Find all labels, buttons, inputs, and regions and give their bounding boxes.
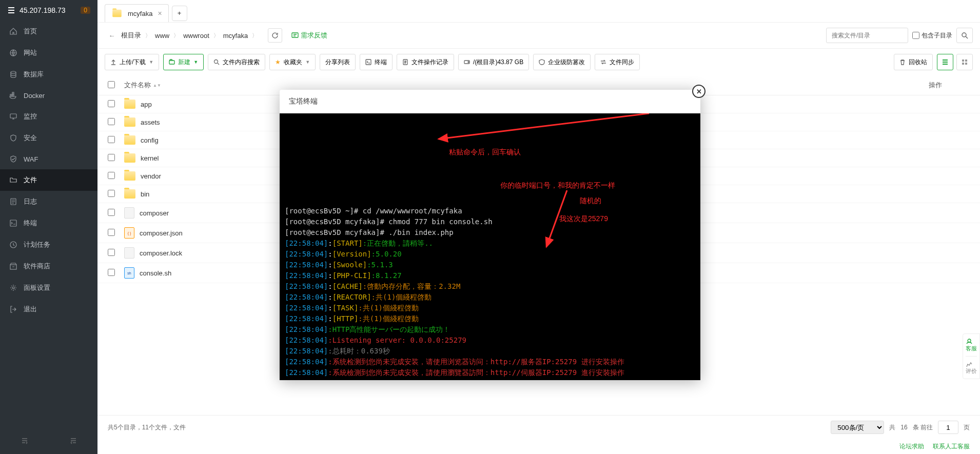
view-list-button[interactable] (937, 54, 953, 70)
terminal-output[interactable]: 粘贴命令后，回车确认 你的临时端口号，和我的肯定不一样 随机的 我这次是2527… (280, 113, 700, 380)
docker-icon (9, 91, 17, 100)
view-grid-button[interactable] (956, 54, 973, 70)
sidebar-item-label: 日志 (24, 197, 37, 206)
sidebar-item-docker[interactable]: Docker (0, 85, 97, 106)
new-button[interactable]: 新建▼ (163, 54, 204, 70)
file-name: composer.lock (140, 249, 182, 257)
support-link[interactable]: 联系人工客服 (933, 443, 970, 450)
folder-icon (124, 189, 135, 199)
breadcrumb: 根目录〉www〉wwwroot〉mcyfaka〉 (121, 31, 259, 40)
folder-icon (124, 135, 135, 145)
row-checkbox[interactable] (108, 100, 115, 107)
sidebar-item-home[interactable]: 首页 (0, 21, 97, 42)
annotation-text: 粘贴命令后，回车确认 (449, 147, 521, 157)
page-number-input[interactable] (938, 421, 958, 434)
breadcrumb-segment[interactable]: 根目录 (121, 31, 141, 40)
recycle-bin-button[interactable]: 回收站 (894, 54, 933, 70)
settings-icon (9, 284, 17, 292)
forum-link[interactable]: 论坛求助 (899, 443, 924, 450)
svg-rect-2 (10, 94, 12, 96)
sidebar-item-label: 文件 (24, 175, 37, 185)
sidebar-item-database[interactable]: 数据库 (0, 64, 97, 85)
kefu-button[interactable]: 客服 (966, 334, 977, 356)
collapse-right-icon[interactable] (0, 432, 49, 449)
terminal-button[interactable]: 终端 (360, 54, 393, 70)
log-icon (9, 198, 17, 206)
sidebar-item-folder[interactable]: 文件 (0, 169, 97, 191)
folder-icon (112, 10, 122, 17)
terminal-icon (9, 219, 17, 227)
upload-button[interactable]: 上传/下载▼ (105, 54, 159, 70)
share-list-button[interactable]: 分享列表 (320, 54, 356, 70)
sidebar-item-cron[interactable]: 计划任务 (0, 234, 97, 255)
subdir-checkbox[interactable] (912, 32, 919, 39)
row-checkbox[interactable] (108, 136, 115, 143)
search-button[interactable] (956, 28, 973, 43)
favorites-button[interactable]: ★收藏夹▼ (269, 54, 316, 70)
pingjia-button[interactable]: 评价 (966, 356, 977, 379)
svg-rect-4 (12, 92, 14, 94)
sidebar-item-waf[interactable]: WAF (0, 149, 97, 169)
op-log-button[interactable]: 文件操作记录 (397, 54, 454, 70)
file-name: bin (141, 190, 149, 198)
disk-usage-button[interactable]: /(根目录)43.87 GB (458, 54, 529, 70)
sidebar-item-label: 数据库 (24, 70, 44, 79)
sidebar: 45.207.198.73 0 首页网站数据库Docker监控安全WAF文件日志… (0, 0, 97, 454)
breadcrumb-segment[interactable]: www (155, 32, 169, 40)
globe-icon (9, 49, 17, 57)
svg-rect-7 (10, 220, 16, 226)
sidebar-nav: 首页网站数据库Docker监控安全WAF文件日志终端计划任务软件商店面板设置退出 (0, 21, 97, 427)
svg-rect-25 (965, 63, 967, 65)
sidebar-item-settings[interactable]: 面板设置 (0, 277, 97, 299)
sidebar-item-store[interactable]: 软件商店 (0, 255, 97, 277)
folder-icon (124, 117, 135, 127)
row-checkbox[interactable] (108, 249, 115, 256)
sidebar-item-label: 终端 (24, 219, 37, 228)
svg-point-10 (12, 287, 14, 289)
feedback-link[interactable]: 需求反馈 (291, 31, 327, 40)
breadcrumb-segment[interactable]: wwwroot (183, 32, 209, 40)
search-input[interactable] (826, 28, 908, 43)
sidebar-item-shield[interactable]: 安全 (0, 127, 97, 149)
row-checkbox[interactable] (108, 209, 115, 216)
file-name: vendor (141, 172, 161, 180)
file-name: assets (141, 119, 160, 126)
file-icon (124, 207, 134, 219)
collapse-left-icon[interactable] (49, 432, 97, 449)
sidebar-item-log[interactable]: 日志 (0, 191, 97, 212)
nav-back-icon[interactable]: ← (105, 28, 119, 43)
sidebar-item-terminal[interactable]: 终端 (0, 212, 97, 234)
row-checkbox[interactable] (108, 154, 115, 161)
sidebar-item-exit[interactable]: 退出 (0, 299, 97, 320)
folder-icon (9, 176, 17, 184)
refresh-button[interactable] (268, 28, 282, 43)
sidebar-item-monitor[interactable]: 监控 (0, 106, 97, 127)
status-summary: 共5个目录，11个文件，文件 (108, 423, 186, 432)
row-checkbox[interactable] (108, 118, 115, 125)
row-checkbox[interactable] (108, 269, 115, 276)
page-size-select[interactable]: 500条/页 (831, 421, 884, 434)
row-checkbox[interactable] (108, 229, 115, 236)
tab-add-button[interactable]: + (172, 6, 187, 21)
tab-mcyfaka[interactable]: mcyfaka × (105, 4, 169, 22)
tamper-protect-button[interactable]: 企业级防篡改 (533, 54, 591, 70)
col-name-header[interactable]: 文件名称▲▼ (124, 81, 929, 90)
svg-rect-22 (962, 60, 964, 62)
sidebar-footer (0, 427, 97, 454)
select-all-checkbox[interactable] (108, 81, 115, 88)
waf-icon (9, 155, 17, 163)
home-icon (9, 27, 17, 35)
file-sync-button[interactable]: 文件同步 (595, 54, 640, 70)
row-checkbox[interactable] (108, 172, 115, 179)
file-icon (124, 247, 134, 259)
alerts-badge[interactable]: 0 (81, 7, 90, 14)
breadcrumb-segment[interactable]: mcyfaka (223, 32, 248, 40)
modal-close-button[interactable]: ✕ (692, 85, 705, 98)
cron-icon (9, 241, 17, 249)
tab-close-icon[interactable]: × (158, 9, 162, 17)
sidebar-item-globe[interactable]: 网站 (0, 42, 97, 64)
subdir-checkbox-label[interactable]: 包含子目录 (912, 31, 952, 40)
row-checkbox[interactable] (108, 190, 115, 197)
content-search-button[interactable]: 文件内容搜索 (208, 54, 265, 70)
folder-icon (124, 153, 135, 163)
